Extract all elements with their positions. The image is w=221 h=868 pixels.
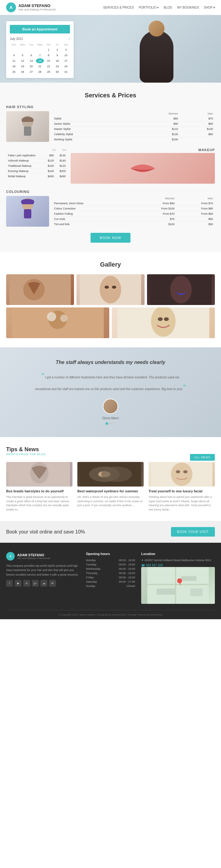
cal-day-18[interactable]: 18: [10, 64, 18, 69]
cal-fri: Fri: [53, 43, 61, 47]
cal-day-21[interactable]: 21: [36, 64, 44, 69]
cal-day-12[interactable]: 12: [19, 58, 26, 63]
gallery-item-5[interactable]: [112, 307, 215, 338]
social-youtube-icon[interactable]: ▶: [15, 580, 22, 587]
cal-day-23[interactable]: 23: [53, 64, 61, 69]
cal-day-26[interactable]: 26: [19, 69, 26, 74]
hero-figure: [129, 18, 184, 83]
calendar-header: July 2021 ›: [10, 36, 70, 41]
gallery-face-icon: [76, 274, 144, 305]
book-now-button[interactable]: BOOK NOW: [91, 233, 130, 243]
cal-day-24[interactable]: 24: [62, 64, 70, 69]
booking-banner-text: Book your visit online and save 10%: [6, 529, 85, 535]
tip-item-2: Best waterproof eyeliners for summer Oh,…: [77, 462, 144, 512]
gallery-item-2[interactable]: [76, 274, 144, 305]
hours-wednesday: Wednesday09:00 - 19:00: [86, 567, 135, 570]
social-email-icon[interactable]: ✉: [49, 580, 56, 587]
booking-visit-button[interactable]: BOOK YOUR VISIT: [171, 527, 215, 536]
cal-day-20[interactable]: 20: [27, 64, 35, 69]
dot-2[interactable]: [109, 422, 112, 425]
footer-logo-sub: Hair and Makeup Professional: [17, 557, 50, 560]
cal-day-28[interactable]: 28: [36, 69, 44, 74]
cal-day-1[interactable]: 1: [44, 47, 53, 52]
cal-tue: Tue: [27, 43, 35, 47]
table-row: False Lash Application$95$145: [6, 153, 67, 158]
nav-bookings[interactable]: MY BOOKINGS: [177, 6, 199, 9]
cal-day-8[interactable]: 8: [44, 53, 53, 58]
makeup-table-left: False Lash Application$95$145 Airbrush M…: [6, 153, 67, 184]
nav-blog[interactable]: BLOG: [164, 6, 172, 9]
social-linkedin-icon[interactable]: in: [23, 580, 30, 587]
colouring-row: Women Men Permanent, Demi GlossFrom $80F…: [6, 196, 215, 227]
social-googleplus-icon[interactable]: g+: [32, 580, 39, 587]
footer-social: f ▶ in g+ ☁ ✉: [6, 580, 80, 587]
footer-description: This company provides top-world stylish …: [6, 564, 80, 577]
svg-rect-32: [175, 567, 176, 604]
svg-rect-30: [147, 567, 209, 604]
nav-shop[interactable]: SHOP ▾: [204, 6, 215, 9]
makeup-dividers: Jnr Snr: [6, 148, 67, 151]
cal-day-29[interactable]: 29: [44, 69, 53, 74]
gallery-item-1[interactable]: [6, 274, 74, 305]
gallery-item-3[interactable]: [147, 274, 215, 305]
cal-day-22[interactable]: 22: [44, 64, 53, 69]
cal-day-empty: [27, 47, 35, 52]
cal-day-11[interactable]: 11: [10, 58, 18, 63]
cal-day-4[interactable]: 4: [10, 53, 18, 58]
logo-subtitle: Hair and Makeup Professional: [19, 8, 56, 11]
cal-day-27[interactable]: 27: [27, 69, 35, 74]
cal-day-15[interactable]: 15: [44, 58, 53, 63]
table-row: Evening Makeup$140$200: [6, 168, 67, 174]
cal-day-5[interactable]: 5: [19, 53, 26, 58]
cal-day-6[interactable]: 6: [27, 53, 35, 58]
all-news-button[interactable]: ALL NEWS: [190, 454, 215, 461]
cal-day-3[interactable]: 3: [62, 47, 70, 52]
footer-copyright: © Copyright 2021 • Adam Stefano • Design…: [6, 610, 215, 616]
cal-day-2[interactable]: 2: [53, 47, 61, 52]
dot-1[interactable]: [105, 422, 108, 425]
cal-day-13[interactable]: 13: [27, 58, 35, 63]
dot-3[interactable]: [113, 422, 116, 425]
cal-day-19[interactable]: 19: [19, 64, 26, 69]
svg-rect-1: [24, 127, 31, 136]
testimonial-author: Gloria Mann: [6, 416, 215, 420]
nav-portfolio[interactable]: PORTFOLIO ▾: [139, 6, 159, 9]
cal-next-arrow[interactable]: ›: [69, 36, 70, 41]
book-appointment-button[interactable]: Book an Appointment: [10, 25, 70, 33]
col-men: Men: [177, 196, 215, 201]
social-facebook-icon[interactable]: f: [6, 580, 13, 587]
gallery-item-4[interactable]: [6, 307, 109, 338]
cal-day-17[interactable]: 17: [62, 58, 70, 63]
svg-point-19: [164, 317, 169, 321]
cal-day-9[interactable]: 9: [53, 53, 61, 58]
cal-day-30[interactable]: 30: [53, 69, 61, 74]
hair-col-men: Men: [180, 111, 215, 116]
quote-open-icon: ": [41, 372, 44, 380]
hair-silhouette-icon: [15, 114, 40, 139]
social-cloud-icon[interactable]: ☁: [40, 580, 47, 587]
cal-day-7[interactable]: 7: [36, 53, 44, 58]
gallery-wide-row: [6, 307, 215, 338]
hours-friday: Friday09:00 - 19:00: [86, 576, 135, 579]
footer: A ADAM STEFANO Hair and Makeup Professio…: [0, 543, 221, 619]
tips-header: Tips & News PRINTS FROM THE BLOG ALL NEW…: [6, 446, 215, 461]
cal-day-31[interactable]: 31: [62, 69, 70, 74]
nav-services[interactable]: SERVICES & PRICES: [103, 6, 134, 9]
makeup-image: [71, 153, 215, 184]
footer-logo-title: ADAM STEFANO: [17, 553, 50, 557]
footer-phone: ☎ 394 437 104: [141, 564, 215, 567]
svg-point-25: [101, 467, 132, 482]
calendar-grid: Sun Mon Tue Wed Thu Fri Sat 1 2 3 4 5 6 …: [10, 43, 70, 74]
cal-day-16[interactable]: 16: [53, 58, 61, 63]
colouring-table: Women Men Permanent, Demi GlossFrom $80F…: [52, 196, 215, 227]
cal-mon: Mon: [19, 43, 26, 47]
cal-day-14-today[interactable]: 14: [36, 58, 44, 63]
gallery-updo-icon: [6, 307, 109, 338]
svg-rect-35: [190, 589, 202, 596]
hours-tuesday: Tuesday09:00 - 19:00: [86, 563, 135, 566]
footer-grid: A ADAM STEFANO Hair and Makeup Professio…: [6, 552, 215, 604]
cal-day-25[interactable]: 25: [10, 69, 18, 74]
cal-day-10[interactable]: 10: [62, 53, 70, 58]
colouring-block: COLOURING Women Men: [6, 190, 215, 227]
hours-monday: Monday09:00 - 19:00: [86, 559, 135, 562]
